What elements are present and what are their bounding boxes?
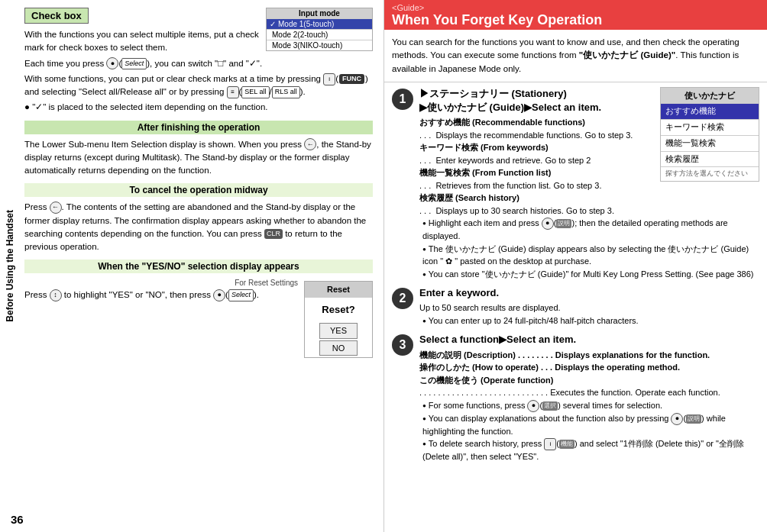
step1-bullet-2: The 使いかたナビ (Guide) display appears also … [422, 243, 759, 268]
step-2: 2 Enter a keyword. Up to 50 search resul… [392, 286, 759, 327]
page-number: 36 [11, 513, 24, 526]
step-3: 3 Select a function▶Select an item. 機能の説… [392, 333, 759, 463]
step3-d4: . . . . . . . . . . . . . . . . . . . . … [419, 386, 759, 399]
select-tag-1: Select [121, 58, 147, 70]
step2-d1: Up to 50 search results are displayed. [419, 301, 759, 314]
yes-no-title: When the "YES/NO" selection display appe… [24, 260, 373, 273]
nav-box-item-2[interactable]: キーワード検索 [661, 119, 759, 135]
nav-box-footer: 探す方法を選んでください [661, 166, 759, 181]
yes-no-section: When the "YES/NO" selection display appe… [24, 260, 373, 301]
step-3-num: 3 [392, 334, 413, 356]
reset-no-btn[interactable]: NO [319, 340, 358, 356]
step1-d4-label: 検索履歴 (Search history) [419, 193, 519, 202]
check-icon-1: ✓ [270, 20, 276, 28]
step1-d4-text: . . . Displays up to 30 search histories… [419, 205, 759, 218]
check-box-section: Check box Input mode ✓ Mode 1(5-touch) M… [24, 8, 373, 114]
step-2-num: 2 [392, 288, 413, 309]
step-1-content: 使いかたナビ おすすめ機能 キーワード検索 機能一覧検索 検索履歴 探す方法を選… [419, 87, 759, 280]
cancel-operation-body: Press ←. The contents of the setting are… [24, 201, 373, 253]
circle-btn-r2[interactable]: ● [527, 400, 539, 412]
guide-sub-label: <Guide> [392, 3, 759, 12]
input-mode-box: Input mode ✓ Mode 1(5-touch) Mode 2(2-to… [266, 8, 373, 51]
nav-box-item-1[interactable]: おすすめ機能 [661, 103, 759, 119]
func-tag-r2: 選択 [542, 401, 558, 411]
guide-title: When You Forget Key Operation [392, 12, 759, 28]
clr-btn-1[interactable]: CLR [264, 229, 283, 240]
circle-btn-1[interactable]: ● [106, 57, 118, 69]
step-3-content: Select a function▶Select an item. 機能の説明 … [419, 333, 759, 463]
input-mode-row-3: Mode 3(NIKO-touch) [267, 40, 372, 50]
check-box-p3: With some functions, you can put or clea… [24, 73, 373, 99]
input-mode-header: Input mode [267, 8, 372, 18]
step-2-detail: Up to 50 search results are displayed. Y… [419, 301, 759, 327]
step1-bullet-1: Highlight each item and press ●(説明); the… [422, 217, 759, 243]
reset-header: Reset [305, 282, 372, 298]
cancel-operation-title: To cancel the operation midway [24, 183, 373, 197]
step-2-main: Enter a keyword. [419, 286, 759, 300]
step3-d3: この機能を使う (Operate function) [419, 376, 553, 385]
step2-bullet-1: You can enter up to 24 full-pitch/48 hal… [422, 314, 759, 327]
guide-intro: You can search for the functions you wan… [384, 30, 767, 82]
step1-d2-label: キーワード検索 (From keywords) [419, 143, 549, 152]
select-tag-2: Select [228, 289, 254, 301]
step-2-content: Enter a keyword. Up to 50 search results… [419, 286, 759, 327]
input-mode-row-2: Mode 2(2-touch) [267, 29, 372, 40]
check-box-title: Check box [24, 8, 89, 24]
func-btn-r2[interactable]: i [544, 438, 556, 450]
step-3-main: Select a function▶Select an item. [419, 333, 759, 347]
nav-btn-3[interactable]: ↕ [50, 289, 62, 301]
rls-all-tag: RLS all [272, 86, 300, 98]
reset-box: Reset Reset? YES NO [304, 281, 373, 358]
func-btn-1[interactable]: i [323, 73, 335, 85]
circle-btn-r1[interactable]: ● [542, 218, 554, 230]
nav-box: 使いかたナビ おすすめ機能 キーワード検索 機能一覧検索 検索履歴 探す方法を選… [660, 87, 759, 182]
check-box-p4: ● "✓" is placed to the selected item dep… [24, 101, 373, 114]
after-finishing-body: The Lower Sub-menu Item Selection displa… [24, 138, 373, 178]
after-finishing-title: After finishing the operation [24, 121, 373, 134]
input-mode-row-1: ✓ Mode 1(5-touch) [267, 18, 372, 29]
func-tag-r1: 説明 [556, 219, 571, 228]
step3-bullet-3: To delete search history, press i(機能) an… [422, 437, 759, 463]
circle-btn-r3[interactable]: ● [671, 413, 683, 425]
yes-no-body: Reset Reset? YES NO For Reset Settings P… [24, 277, 373, 301]
sel-all-tag: SEL all [241, 86, 269, 98]
nav-box-item-4[interactable]: 検索履歴 [661, 151, 759, 167]
reset-body-text: Reset? [305, 298, 372, 322]
check-box-p2: Each time you press ●(Select), you can s… [24, 57, 373, 70]
cancel-operation-section: To cancel the operation midway Press ←. … [24, 183, 373, 253]
step3-bullet-2: You can display explanations about the f… [422, 412, 759, 438]
step3-bullet-1: For some functions, press ●(選択) several … [422, 399, 759, 412]
left-content: Check box Input mode ✓ Mode 1(5-touch) M… [24, 8, 373, 302]
after-finishing-section: After finishing the operation The Lower … [24, 121, 373, 178]
step1-d1-label: おすすめ機能 (Recommendable functions) [419, 118, 585, 127]
step3-d2: 操作のしかた (How to operate) . . . Displays t… [419, 363, 680, 372]
vertical-label: Before Using the Handset [5, 210, 15, 322]
nav-btn-1[interactable]: ← [304, 138, 316, 150]
step3-d1: 機能の説明 (Description) . . . . . . . . Disp… [419, 350, 710, 360]
circle-btn-2[interactable]: ● [213, 289, 225, 301]
nav-box-item-3[interactable]: 機能一覧検索 [661, 135, 759, 151]
step1-bullet-3: You can store "使いかたナビ (Guide)" for Multi… [422, 268, 759, 281]
right-panel: <Guide> When You Forget Key Operation Yo… [384, 0, 767, 532]
func-tag-r3: 説明 [686, 414, 701, 424]
nav-box-header: 使いかたナビ [661, 88, 759, 104]
guide-header: <Guide> When You Forget Key Operation [384, 0, 767, 30]
step-1-num: 1 [392, 89, 413, 110]
menu-btn-1[interactable]: ≡ [227, 86, 239, 98]
left-panel: Before Using the Handset Check box Input… [0, 0, 384, 532]
func-tag-r4: 機能 [559, 440, 574, 449]
nav-btn-2[interactable]: ← [50, 202, 62, 214]
step1-d3-label: 機能一覧検索 (From Function list) [419, 168, 551, 177]
step-3-detail: 機能の説明 (Description) . . . . . . . . Disp… [419, 349, 759, 463]
step-1: 1 使いかたナビ おすすめ機能 キーワード検索 機能一覧検索 検索履歴 探す方法… [392, 87, 759, 280]
func-tag-1: FUNC [339, 74, 364, 85]
guide-steps: 1 使いかたナビ おすすめ機能 キーワード検索 機能一覧検索 検索履歴 探す方法… [384, 82, 767, 474]
reset-yes-btn[interactable]: YES [319, 323, 358, 339]
guide-intro-bold: "使いかたナビ (Guide)" [579, 50, 675, 60]
